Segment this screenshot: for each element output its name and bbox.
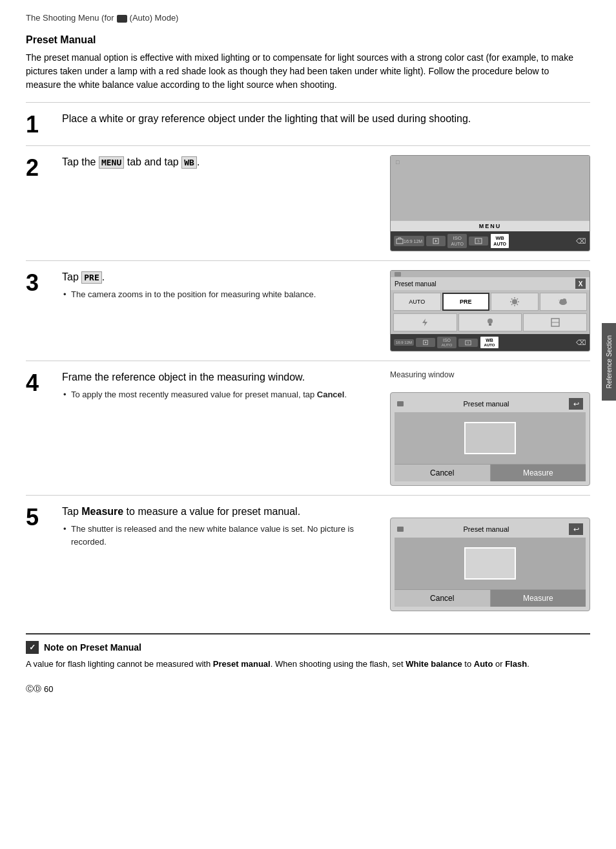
step-1-number: 1 <box>26 112 52 136</box>
step-5-number: 5 <box>26 505 52 611</box>
step-5-sub: The shutter is released and the new whit… <box>62 523 380 548</box>
note-section: ✓ Note on Preset Manual A value for flas… <box>26 633 590 671</box>
svg-line-12 <box>511 304 513 306</box>
step-5-instruction: Tap Measure to measure a value for prese… <box>62 505 380 519</box>
measuring-window-label: Measuring window <box>390 370 590 379</box>
wb-option-pre[interactable]: PRE <box>442 293 490 311</box>
step-2-toolbar: 16:9 12M ISOAUTO S <box>391 231 590 251</box>
toolbar-size: 16:9 12M <box>394 236 424 246</box>
wb-mono: WB <box>181 156 197 169</box>
step-3-left: Tap PRE. The camera zooms in to the posi… <box>62 270 380 301</box>
step-4-cam-icon <box>397 401 404 406</box>
steps-container: 1 Place a white or gray reference object… <box>26 102 590 620</box>
step-5-screen: Preset manual ↩ Cancel Measure <box>390 518 590 611</box>
step-3-number: 3 <box>26 270 52 351</box>
step-2-menubar: MENU <box>391 220 590 231</box>
step-3-preset-label: Preset manual <box>395 280 436 288</box>
step-4-buttons: Cancel Measure <box>395 464 586 481</box>
step-4-preset-label: Preset manual <box>464 400 509 408</box>
toolbar-iso: ISOAUTO <box>447 234 467 248</box>
step-4-content: Frame the reference object in the measur… <box>62 370 590 486</box>
step3-toolbar-iso: ISOAUTO <box>437 337 457 348</box>
toolbar-wb[interactable]: WBAUTO <box>490 233 509 249</box>
svg-marker-17 <box>422 319 427 326</box>
step-5: 5 Tap Measure to measure a value for pre… <box>26 496 590 620</box>
step3-toolbar-quality: S <box>458 339 478 347</box>
sidebar-label: Reference Section <box>606 335 613 388</box>
step-3: 3 Tap PRE. The camera zooms in to the po… <box>26 261 590 361</box>
svg-point-18 <box>488 319 493 324</box>
step-2: 2 Tap the MENU tab and tap WB. □ MENU <box>26 146 590 261</box>
measure-button[interactable]: Measure <box>491 465 586 481</box>
section-title: Preset Manual <box>26 34 590 46</box>
step-4-with-image: Frame the reference object in the measur… <box>62 370 590 486</box>
svg-line-11 <box>517 299 518 300</box>
header-mode: (Auto) Mode) <box>130 13 179 23</box>
svg-point-4 <box>512 299 517 304</box>
step-1: 1 Place a white or gray reference object… <box>26 103 590 146</box>
step-5-content: Tap Measure to measure a value for prese… <box>62 505 590 611</box>
footer-page: 60 <box>44 684 53 694</box>
wb-option-cloudy[interactable] <box>540 293 588 311</box>
wb-option-bulb[interactable] <box>458 313 522 331</box>
page-header: The Shooting Menu (for (Auto) Mode) <box>26 13 590 23</box>
footer-icon: ⒸⒹ <box>26 684 41 695</box>
step-2-with-image: Tap the MENU tab and tap WB. □ MENU <box>62 155 590 251</box>
step-5-left: Tap Measure to measure a value for prese… <box>62 505 380 548</box>
svg-rect-0 <box>396 239 403 244</box>
wb-option-sunny[interactable] <box>491 293 539 311</box>
measuring-frame <box>464 422 516 454</box>
step-3-close-btn[interactable]: X <box>575 278 586 289</box>
menu-mono: MENU <box>99 156 124 169</box>
wb-option-auto[interactable]: AUTO <box>393 293 441 311</box>
step-1-instruction: Place a white or gray reference object u… <box>62 112 590 126</box>
step-5-screen-body <box>395 538 586 589</box>
footer: ⒸⒹ 60 <box>26 684 590 695</box>
step-4-back-btn[interactable]: ↩ <box>569 398 583 410</box>
step3-toolbar-wb[interactable]: WBAUTO <box>480 336 499 349</box>
step-3-cam-icon <box>395 272 401 277</box>
step-2-number: 2 <box>26 155 52 251</box>
step-3-image: Preset manual X AUTO PRE <box>390 270 590 351</box>
note-title: Note on Preset Manual <box>44 642 141 653</box>
step-5-image: Preset manual ↩ Cancel Measure <box>390 505 590 611</box>
step-2-image: □ MENU 16:9 12M <box>390 155 590 251</box>
step-4-image: Measuring window Preset manual ↩ <box>390 370 590 486</box>
toolbar-drive <box>426 236 446 246</box>
step-3-options-grid: AUTO PRE <box>391 290 590 313</box>
step-5-measuring-frame <box>464 547 516 580</box>
step3-toolbar-drive <box>416 338 435 347</box>
step-5-cam-icon <box>397 527 404 532</box>
svg-line-16 <box>559 300 559 300</box>
wb-option-flash[interactable] <box>393 313 457 331</box>
step-3-screen: Preset manual X AUTO PRE <box>390 270 590 351</box>
note-header: ✓ Note on Preset Manual <box>26 641 590 654</box>
step-4-sub: To apply the most recently measured valu… <box>62 388 380 401</box>
camera-small-icon: □ <box>396 159 399 165</box>
step-2-instruction: Tap the MENU tab and tap WB. <box>62 155 380 169</box>
step-4-left: Frame the reference object in the measur… <box>62 370 380 401</box>
step-1-content: Place a white or gray reference object u… <box>62 112 590 136</box>
cancel-button[interactable]: Cancel <box>395 465 491 481</box>
step-3-toolbar: 16:9 12M ISOAUTO S <box>391 334 590 351</box>
wb-option-custom[interactable] <box>523 313 587 331</box>
toolbar-quality: S <box>469 236 488 246</box>
toolbar-wrench: ⌫ <box>576 237 586 246</box>
svg-text:S: S <box>478 239 480 243</box>
svg-point-15 <box>562 299 566 302</box>
step-5-cancel-button[interactable]: Cancel <box>395 590 491 607</box>
step-2-screen-body: □ <box>391 156 590 220</box>
step-5-measure-button[interactable]: Measure <box>491 590 586 607</box>
camera-icon <box>117 15 127 23</box>
step3-toolbar-wrench: ⌫ <box>576 339 586 347</box>
step-4: 4 Frame the reference object in the meas… <box>26 361 590 496</box>
step-5-back-btn[interactable]: ↩ <box>569 523 583 535</box>
step-2-left: Tap the MENU tab and tap WB. <box>62 155 380 173</box>
svg-line-10 <box>517 304 518 306</box>
svg-rect-19 <box>489 324 491 326</box>
step3-toolbar-size: 16:9 12M <box>394 339 414 346</box>
step-3-header-bar: Preset manual X <box>391 277 590 290</box>
step-5-buttons: Cancel Measure <box>395 589 586 607</box>
intro-text: The preset manual option is effective wi… <box>26 51 581 92</box>
reference-section-tab: Reference Section <box>602 323 616 401</box>
